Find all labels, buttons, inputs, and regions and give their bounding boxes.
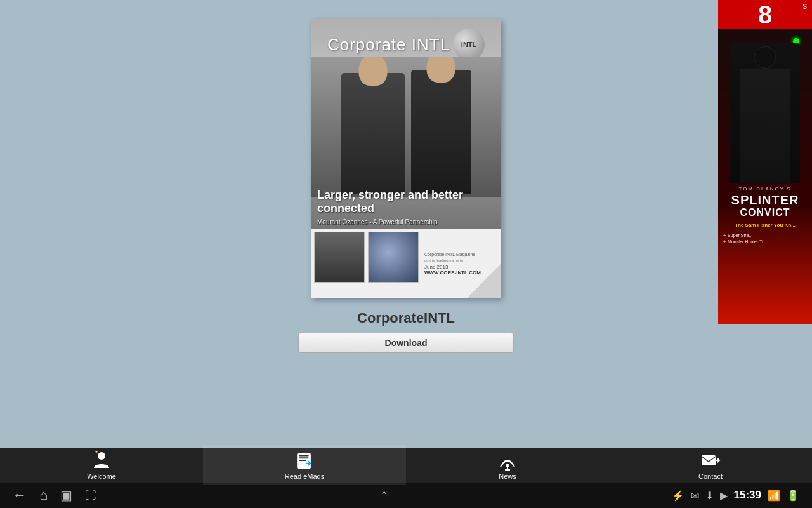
thumb-person-icon bbox=[315, 232, 364, 282]
men-silhouette bbox=[341, 70, 471, 197]
magazine-photo-area bbox=[311, 57, 501, 197]
ad-tagline: The Sam Fisher You Kn... bbox=[723, 222, 807, 228]
download-button-label: Download bbox=[385, 338, 428, 348]
svg-rect-9 bbox=[702, 455, 716, 465]
email-status-icon: ✉ bbox=[691, 490, 699, 502]
system-nav-row: ← ⌂ ▣ ⛶ ⌃ ⚡ ✉ ⬇ ▶ 15:39 📶 🔋 bbox=[0, 483, 812, 508]
nav-item-news[interactable]: News bbox=[406, 445, 609, 485]
download-status-icon: ⬇ bbox=[705, 490, 714, 502]
magazine-thumb-right bbox=[368, 232, 419, 283]
magazine-thumb-left bbox=[314, 232, 365, 283]
ad-number-icon: 8 bbox=[758, 2, 772, 27]
ad-extra-1: Super Stre... bbox=[728, 233, 752, 237]
wifi-icon: 📶 bbox=[768, 490, 780, 502]
ad-content-area: TOM CLANCY'S SPLINTER CONVICT The Sam Fi… bbox=[718, 29, 812, 324]
svg-rect-4 bbox=[299, 457, 309, 458]
nav-label-contact: Contact bbox=[698, 472, 723, 480]
system-left-icons: ← ⌂ ▣ ⛶ bbox=[13, 487, 96, 504]
thumb-globe-icon bbox=[369, 232, 418, 282]
man-right bbox=[411, 70, 471, 194]
ad-extras: + Super Stre... + Monster Hunter Tri... bbox=[723, 233, 807, 244]
nav-item-contact[interactable]: Contact bbox=[609, 445, 812, 485]
character-silhouette bbox=[730, 43, 800, 183]
download-button[interactable]: Download bbox=[298, 333, 514, 353]
system-right-icons: ⚡ ✉ ⬇ ▶ 15:39 📶 🔋 bbox=[672, 489, 799, 502]
center-magazine-section: Corporate INTL INTL Larger, stronger and… bbox=[298, 19, 514, 353]
news-icon bbox=[497, 450, 518, 471]
magazine-cover[interactable]: Corporate INTL INTL Larger, stronger and… bbox=[311, 19, 501, 298]
magazine-cover-inner: Corporate INTL INTL Larger, stronger and… bbox=[311, 19, 501, 298]
character-head bbox=[754, 46, 776, 69]
magazine-bottom-strip: Corporate INTL Magazine on the leading n… bbox=[311, 229, 501, 298]
chevron-up-icon: ⌃ bbox=[380, 490, 388, 501]
character-body bbox=[740, 69, 790, 183]
main-content-area: Corporate INTL INTL Larger, stronger and… bbox=[0, 0, 812, 448]
magazine-description: on the leading name in bbox=[424, 258, 498, 263]
magazine-logo-area: Corporate INTL INTL bbox=[311, 29, 501, 60]
system-time: 15:39 bbox=[734, 489, 761, 502]
nav-item-welcome[interactable]: Welcome bbox=[0, 445, 203, 485]
magazine-url: WWW.CORP-INTL.COM bbox=[424, 270, 498, 276]
plus-icon-1: + bbox=[723, 233, 726, 237]
man-left bbox=[341, 73, 405, 194]
screenshot-button[interactable]: ⛶ bbox=[85, 489, 96, 502]
magazine-subheadline: Mourant Ozannes - A Powerful Partnership bbox=[317, 218, 495, 225]
recents-button[interactable]: ▣ bbox=[60, 488, 72, 503]
back-button[interactable]: ← bbox=[13, 487, 27, 504]
magazine-date: June 2013 bbox=[424, 264, 498, 270]
magazine-title: CorporateINTL bbox=[357, 310, 455, 326]
ad-extra-2: Monster Hunter Tri... bbox=[728, 239, 768, 244]
svg-rect-3 bbox=[299, 455, 309, 457]
nav-label-welcome: Welcome bbox=[87, 472, 116, 480]
magazine-logo-text: Corporate INTL bbox=[327, 35, 450, 55]
magazine-globe-icon: INTL bbox=[453, 29, 485, 60]
battery-icon: 🔋 bbox=[787, 490, 799, 502]
center-chevron[interactable]: ⌃ bbox=[380, 490, 388, 502]
nav-label-news: News bbox=[499, 472, 516, 480]
magazine-text-overlay: Larger, stronger and better connected Mo… bbox=[317, 189, 495, 225]
ad-title-line2: CONVICT bbox=[740, 207, 790, 218]
svg-point-0 bbox=[98, 452, 105, 460]
read-emaqs-icon bbox=[294, 450, 315, 471]
nav-label-read-emaqs: Read eMaqs bbox=[285, 472, 324, 480]
right-advertisement[interactable]: 8 S TOM CLANCY'S SPLINTER CONVICT The Sa… bbox=[718, 0, 812, 324]
magazine-headline: Larger, stronger and better connected bbox=[317, 189, 495, 216]
app-nav-row: Welcome Read eMaqs bbox=[0, 448, 812, 483]
contact-icon bbox=[700, 450, 721, 471]
welcome-icon bbox=[91, 450, 112, 471]
ad-title-line1: SPLINTER bbox=[731, 193, 799, 207]
ad-top-band: 8 S bbox=[718, 0, 812, 29]
svg-point-6 bbox=[506, 464, 509, 467]
magazine-corp-label: Corporate INTL Magazine bbox=[424, 251, 498, 258]
usb-icon: ⚡ bbox=[672, 490, 684, 502]
svg-marker-1 bbox=[95, 450, 98, 453]
ad-brand-text: TOM CLANCY'S bbox=[738, 186, 791, 192]
bottom-bar: Welcome Read eMaqs bbox=[0, 448, 812, 508]
plus-icon-2: + bbox=[723, 239, 726, 244]
ad-side-text: S bbox=[802, 3, 807, 11]
nav-item-read-emaqs[interactable]: Read eMaqs bbox=[203, 445, 406, 485]
home-button[interactable]: ⌂ bbox=[39, 487, 48, 504]
svg-rect-5 bbox=[299, 460, 306, 461]
media-icon: ▶ bbox=[720, 490, 728, 502]
